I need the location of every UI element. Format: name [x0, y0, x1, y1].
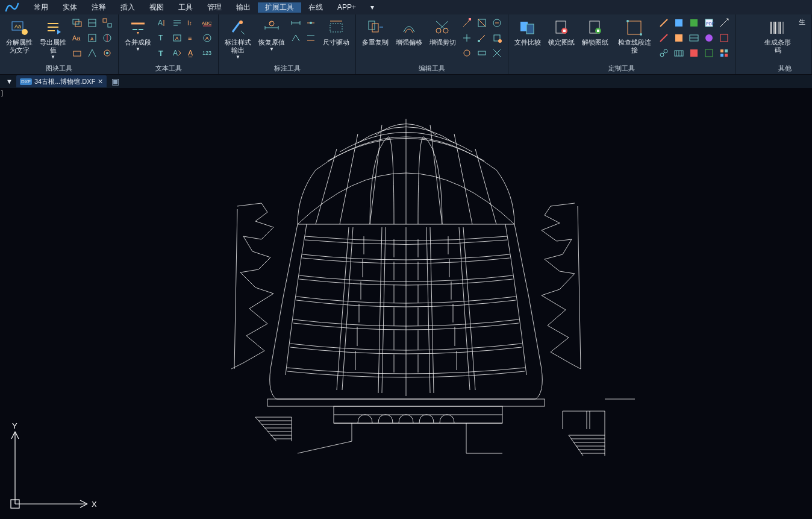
ribbon-group-edit: 多重复制 增强偏移 增强剪切 编辑工具 — [356, 14, 508, 74]
tool-icon[interactable] — [461, 32, 473, 44]
tool-icon[interactable] — [101, 32, 113, 44]
file-tab[interactable]: DXF 34古根...博物馆.DXF ✕ — [16, 75, 107, 87]
tool-icon[interactable] — [658, 32, 670, 44]
tool-icon[interactable]: 123 — [201, 47, 213, 59]
btn-dim-style-out[interactable]: 标注样式输出 ▼ — [222, 17, 254, 61]
tool-icon[interactable] — [658, 17, 670, 29]
tool-icon[interactable] — [476, 32, 488, 44]
svg-line-120 — [430, 227, 434, 393]
tool-icon[interactable]: Aa — [71, 32, 83, 44]
menu-view[interactable]: 视图 — [142, 2, 171, 13]
tool-icon[interactable]: PDF — [703, 17, 715, 29]
svg-rect-83 — [675, 34, 682, 42]
btn-dim-drive[interactable]: 尺寸驱动 — [320, 17, 352, 48]
tool-icon[interactable] — [476, 47, 488, 59]
svg-rect-87 — [720, 34, 728, 42]
drawing-canvas[interactable]: ] — [0, 88, 812, 519]
svg-line-110 — [340, 134, 358, 224]
dropdown-icon: ▼ — [51, 54, 55, 60]
menu-insert[interactable]: 插入 — [113, 2, 142, 13]
tool-icon[interactable] — [491, 17, 503, 29]
svg-line-153 — [298, 441, 352, 453]
menu-tools[interactable]: 工具 — [171, 2, 200, 13]
close-tab-icon[interactable]: ✕ — [98, 78, 103, 86]
tool-icon[interactable] — [71, 47, 83, 59]
btn-decompose-attr[interactable]: Aa 分解属性为文字 — [4, 17, 35, 55]
tool-icon[interactable] — [290, 17, 302, 29]
tool-icon[interactable]: ≡ — [186, 32, 198, 44]
tool-icon[interactable] — [673, 32, 685, 44]
menu-entity[interactable]: 实体 — [55, 2, 84, 13]
tool-icon[interactable] — [101, 47, 113, 59]
tool-icon[interactable]: T — [156, 47, 168, 59]
svg-point-19 — [106, 52, 108, 54]
btn-enh-trim[interactable]: 增强剪切 — [427, 17, 458, 48]
tool-icon[interactable] — [673, 17, 685, 29]
btn-multi-copy[interactable]: 多重复制 — [360, 17, 391, 48]
btn-merge-paragraph[interactable]: 合并成段 ▼ — [122, 17, 154, 54]
tool-icon[interactable] — [476, 17, 488, 29]
menu-ext-tools[interactable]: 扩展工具 — [258, 2, 301, 13]
btn-lock-dwg[interactable]: 锁定图纸 — [546, 17, 577, 48]
menu-manage[interactable]: 管理 — [200, 2, 229, 13]
btn-check-line[interactable]: 检查线段连接 — [613, 17, 655, 55]
ribbon-group-other: 生成条形码 生 其他 — [758, 14, 812, 74]
tool-icon[interactable]: A̲ — [186, 47, 198, 59]
btn-barcode[interactable]: 生成条形码 — [762, 17, 793, 55]
tool-icon[interactable] — [86, 17, 98, 29]
tool-icon[interactable]: T — [156, 32, 168, 44]
tool-icon[interactable] — [673, 47, 685, 59]
tool-icon[interactable] — [703, 47, 715, 59]
tool-icon[interactable] — [688, 32, 700, 44]
menu-output[interactable]: 输出 — [229, 2, 258, 13]
tool-icon[interactable]: A — [201, 32, 213, 44]
text-small-tools: A I↕ ABC T A ≡ A T A A̲ 123 — [156, 17, 214, 60]
btn-gen-partial[interactable]: 生 — [796, 17, 808, 27]
tool-icon[interactable] — [71, 17, 83, 29]
tool-icon[interactable] — [658, 47, 670, 59]
menu-common[interactable]: 常用 — [27, 2, 55, 13]
btn-export-attr[interactable]: 导出属性值 ▼ — [37, 17, 69, 61]
tool-icon[interactable] — [718, 17, 730, 29]
tool-icon[interactable] — [461, 17, 473, 29]
tool-icon[interactable] — [86, 47, 98, 59]
svg-point-48 — [310, 22, 312, 24]
tool-icon[interactable] — [718, 47, 730, 59]
btn-unlock-dwg[interactable]: 解锁图纸 — [579, 17, 611, 48]
label: 生 — [799, 18, 805, 26]
btn-enh-offset[interactable]: 增强偏移 — [393, 17, 425, 48]
menu-dropdown[interactable]: ▾ — [363, 3, 381, 11]
tool-icon[interactable]: I↕ — [186, 17, 198, 29]
tool-icon[interactable] — [491, 32, 503, 44]
tool-icon[interactable] — [305, 17, 317, 29]
tool-icon[interactable] — [688, 17, 700, 29]
tab-list-dropdown[interactable]: ▼ — [2, 78, 16, 85]
btn-file-compare[interactable]: 文件比较 — [512, 17, 543, 48]
tool-icon[interactable] — [703, 32, 715, 44]
tool-icon[interactable] — [491, 47, 503, 59]
new-tab-button[interactable]: ▣ — [107, 77, 124, 86]
tool-icon[interactable]: A — [171, 32, 183, 44]
tool-icon[interactable] — [305, 32, 317, 44]
svg-text:123: 123 — [202, 50, 211, 56]
dxf-badge-icon: DXF — [20, 78, 32, 85]
btn-restore-value[interactable]: 恢复原值 ▼ — [256, 17, 287, 54]
tool-icon[interactable] — [171, 17, 183, 29]
svg-text:A: A — [158, 19, 163, 27]
tool-icon[interactable] — [688, 47, 700, 59]
svg-line-58 — [436, 21, 445, 29]
tool-icon[interactable] — [290, 32, 302, 44]
svg-point-66 — [464, 50, 470, 56]
menu-annotate[interactable]: 注释 — [84, 2, 113, 13]
menu-app-plus[interactable]: APP+ — [330, 3, 363, 11]
tool-icon[interactable] — [101, 17, 113, 29]
tool-icon[interactable]: A — [171, 47, 183, 59]
svg-line-116 — [378, 227, 382, 393]
tool-icon[interactable]: ABC — [201, 17, 213, 29]
tool-icon[interactable] — [718, 32, 730, 44]
menu-online[interactable]: 在线 — [301, 2, 330, 13]
tool-icon[interactable]: A — [156, 17, 168, 29]
tool-icon[interactable] — [461, 47, 473, 59]
svg-line-108 — [370, 125, 382, 224]
tool-icon[interactable]: A — [86, 32, 98, 44]
